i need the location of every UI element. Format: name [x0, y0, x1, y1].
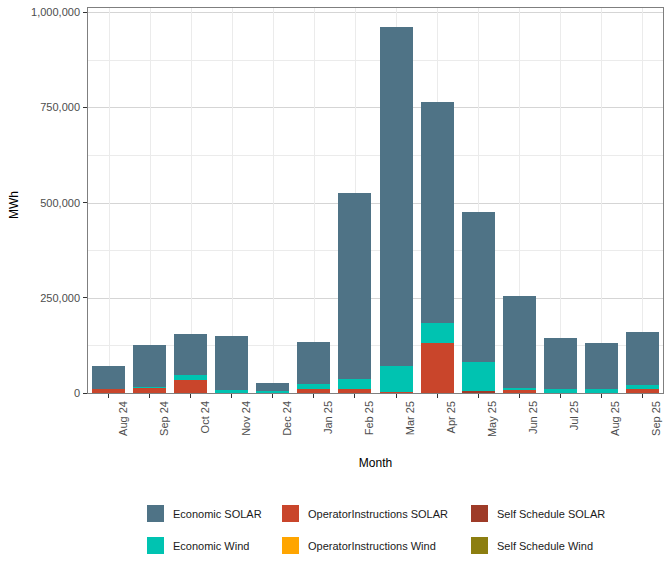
grid-line-major: [88, 12, 663, 13]
x-tick-label: Dec 24: [280, 401, 294, 447]
legend-label: OperatorInstructions SOLAR: [308, 508, 448, 520]
y-tick-mark: [83, 297, 87, 298]
bar-segment: [297, 389, 330, 393]
legend-label: Economic Wind: [173, 540, 249, 552]
x-tick-label: Jul 25: [567, 401, 581, 447]
bar-segment: [256, 383, 289, 391]
x-tick-label: May 25: [485, 401, 499, 447]
legend-label: Self Schedule Wind: [497, 540, 593, 552]
bar-segment: [215, 336, 248, 390]
bar-segment: [544, 389, 577, 393]
bar-segment: [585, 389, 618, 393]
bar-segment: [626, 385, 659, 389]
bar-segment: [380, 27, 413, 366]
grid-line-vertical: [273, 8, 274, 393]
x-axis-title: Month: [87, 456, 664, 470]
bar-segment: [256, 391, 289, 393]
grid-line-vertical: [560, 8, 561, 393]
x-tick-label: Feb 25: [362, 401, 376, 447]
bar-segment: [462, 362, 495, 392]
bar-segment: [338, 379, 371, 389]
y-tick-mark: [83, 107, 87, 108]
bar-segment: [462, 212, 495, 362]
x-tick-label: Aug 25: [608, 401, 622, 447]
x-tick-mark: [601, 394, 602, 398]
bar-segment: [338, 193, 371, 379]
bar-segment: [503, 390, 536, 393]
bar-segment: [626, 332, 659, 385]
x-tick-mark: [437, 394, 438, 398]
bar-segment: [503, 296, 536, 388]
legend-item: Self Schedule Wind: [471, 537, 605, 554]
bar-segment: [92, 366, 125, 390]
x-tick-mark: [190, 394, 191, 398]
legend-item: Economic Wind: [147, 537, 282, 554]
bar-segment: [544, 338, 577, 389]
bar-segment: [380, 392, 413, 393]
bar-segment: [585, 343, 618, 389]
x-tick-label: Sep 24: [157, 401, 171, 447]
y-tick-label: 250,000: [0, 291, 80, 305]
bar-segment: [174, 375, 207, 380]
x-tick-mark: [478, 394, 479, 398]
bar-segment: [503, 388, 536, 391]
legend-swatch: [471, 505, 488, 522]
x-tick-label: Aug 24: [116, 401, 130, 447]
y-tick-mark: [83, 12, 87, 13]
x-tick-mark: [354, 394, 355, 398]
x-tick-mark: [272, 394, 273, 398]
bar-segment: [92, 389, 125, 393]
bar-segment: [297, 384, 330, 389]
x-tick-mark: [108, 394, 109, 398]
bar-segment: [462, 391, 495, 393]
chart-figure: MWh Month Economic SOLAROperatorInstruct…: [0, 0, 672, 571]
bar-segment: [626, 389, 659, 393]
legend-swatch: [282, 537, 299, 554]
bar-segment: [133, 387, 166, 389]
x-tick-mark: [231, 394, 232, 398]
grid-line-major: [88, 298, 663, 299]
bar-segment: [380, 366, 413, 392]
y-tick-label: 500,000: [0, 196, 80, 210]
legend-swatch: [471, 537, 488, 554]
y-tick-label: 750,000: [0, 100, 80, 114]
legend-item: OperatorInstructions SOLAR: [282, 505, 471, 522]
bar-segment: [215, 390, 248, 393]
y-tick-label: 1,000,000: [0, 5, 80, 19]
legend-item: Self Schedule SOLAR: [471, 505, 605, 522]
x-tick-label: Nov 24: [239, 401, 253, 447]
x-tick-mark: [642, 394, 643, 398]
bar-segment: [421, 323, 454, 343]
x-tick-mark: [313, 394, 314, 398]
x-tick-label: Oct 24: [198, 401, 212, 447]
grid-line-minor: [88, 250, 663, 251]
legend-label: Economic SOLAR: [173, 508, 262, 520]
legend-label: Self Schedule SOLAR: [497, 508, 605, 520]
bar-segment: [338, 389, 371, 393]
legend: Economic SOLAROperatorInstructions SOLAR…: [147, 505, 605, 554]
plot-panel: [87, 7, 664, 394]
legend-label: OperatorInstructions Wind: [308, 540, 436, 552]
legend-swatch: [147, 505, 164, 522]
grid-line-vertical: [601, 8, 602, 393]
x-tick-mark: [396, 394, 397, 398]
bar-segment: [133, 345, 166, 386]
bar-segment: [421, 343, 454, 393]
legend-item: OperatorInstructions Wind: [282, 537, 471, 554]
grid-line-vertical: [314, 8, 315, 393]
grid-line-vertical: [109, 8, 110, 393]
x-tick-label: Apr 25: [444, 401, 458, 447]
x-tick-mark: [149, 394, 150, 398]
grid-line-major: [88, 203, 663, 204]
bar-segment: [297, 342, 330, 385]
bar-segment: [174, 380, 207, 393]
x-tick-label: Jan 25: [321, 401, 335, 447]
bar-segment: [133, 388, 166, 393]
y-tick-mark: [83, 202, 87, 203]
x-tick-label: Mar 25: [403, 401, 417, 447]
grid-line-major: [88, 107, 663, 108]
bar-segment: [421, 102, 454, 323]
x-tick-label: Jun 25: [526, 401, 540, 447]
x-tick-mark: [560, 394, 561, 398]
grid-line-minor: [88, 60, 663, 61]
